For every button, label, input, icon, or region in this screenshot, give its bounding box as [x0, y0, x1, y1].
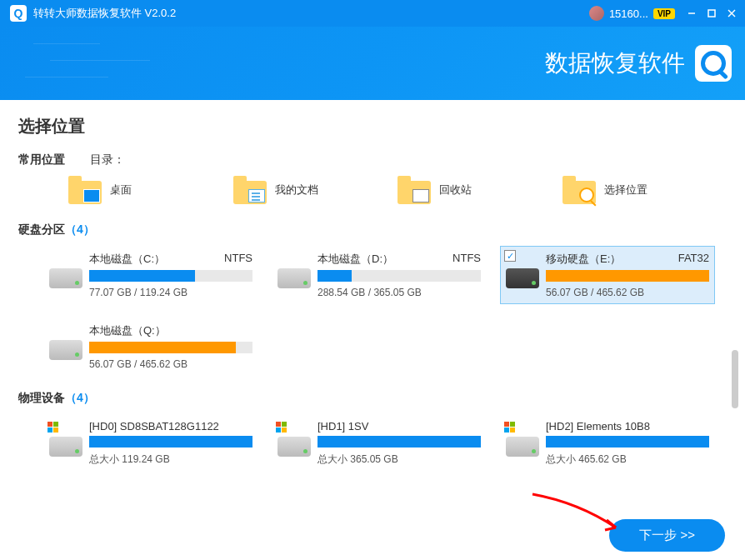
physical-section-title: 物理设备（4）	[18, 391, 95, 406]
partition-name: 本地磁盘（C:）	[89, 252, 165, 267]
physical-drive-icon	[506, 423, 539, 457]
physical-drive-icon	[49, 423, 82, 457]
folder-icon	[562, 176, 596, 204]
common-section-title: 常用位置	[18, 152, 65, 168]
common-item-label: 回收站	[439, 182, 472, 198]
partition-item-2[interactable]: ✓移动硬盘（E:）FAT3256.07 GB / 465.62 GB	[500, 246, 715, 304]
usage-bar	[89, 342, 252, 353]
usage-bar	[318, 436, 481, 448]
partition-name: 本地磁盘（D:）	[318, 252, 393, 267]
usage-bar	[546, 436, 709, 448]
usage-bar	[318, 270, 481, 282]
common-section-header: 常用位置 目录：	[18, 152, 727, 168]
partitions-section-header: 硬盘分区（4）	[18, 222, 727, 238]
physical-name: [HD1] 1SV	[318, 420, 368, 432]
content-area: 选择位置 常用位置 目录： 桌面我的文档回收站选择位置 硬盘分区（4） ✓本地磁…	[0, 100, 745, 510]
footer: 下一步 >>	[0, 510, 745, 560]
folder-icon	[233, 176, 267, 204]
common-item-0[interactable]: 桌面	[68, 176, 233, 204]
physical-drive-icon	[278, 423, 311, 457]
usage-bar	[89, 270, 252, 282]
physical-size: 总大小 465.62 GB	[546, 452, 709, 467]
common-item-1[interactable]: 我的文档	[233, 176, 398, 204]
drive-icon	[278, 255, 311, 288]
svg-rect-1	[708, 10, 715, 17]
partitions-grid: ✓本地磁盘（C:）NTFS77.07 GB / 119.24 GB✓本地磁盘（D…	[18, 246, 727, 376]
partition-item-3[interactable]: ✓本地磁盘（Q:）56.07 GB / 465.62 GB	[43, 318, 258, 376]
partition-size: 56.07 GB / 465.62 GB	[546, 287, 709, 298]
common-locations-row: 桌面我的文档回收站选择位置	[18, 176, 727, 204]
dir-label: 目录：	[90, 152, 125, 168]
partition-fs: NTFS	[452, 252, 481, 267]
common-item-3[interactable]: 选择位置	[562, 176, 728, 204]
physical-size: 总大小 365.05 GB	[318, 452, 481, 467]
next-button[interactable]: 下一步 >>	[609, 519, 725, 552]
physical-section-header: 物理设备（4）	[18, 391, 727, 406]
physical-name: [HD0] SD8SBAT128G1122	[89, 420, 219, 432]
partition-size: 288.54 GB / 365.05 GB	[318, 287, 481, 298]
partition-size: 77.07 GB / 119.24 GB	[89, 287, 252, 298]
partition-fs: NTFS	[224, 252, 252, 267]
common-item-label: 桌面	[110, 182, 132, 198]
partitions-section-title: 硬盘分区（4）	[18, 222, 95, 238]
physical-item-1[interactable]: [HD1] 1SV总大小 365.05 GB	[272, 414, 487, 472]
drive-icon	[49, 327, 82, 360]
partition-item-1[interactable]: ✓本地磁盘（D:）NTFS288.54 GB / 365.05 GB	[272, 246, 487, 304]
folder-icon	[68, 176, 102, 204]
folder-icon	[398, 176, 431, 204]
username: 15160...	[609, 8, 648, 20]
app-window: Q 转转大师数据恢复软件 V2.0.2 15160... VIP 数据恢复软件 …	[0, 0, 745, 560]
vip-badge: VIP	[653, 8, 675, 19]
maximize-button[interactable]	[702, 3, 722, 23]
drive-icon	[506, 255, 539, 288]
close-button[interactable]	[722, 3, 742, 23]
physical-item-2[interactable]: [HD2] Elements 10B8总大小 465.62 GB	[500, 414, 715, 472]
common-item-label: 我的文档	[275, 182, 318, 198]
usage-bar	[89, 436, 252, 448]
minimize-button[interactable]	[682, 3, 702, 23]
partition-size: 56.07 GB / 465.62 GB	[89, 358, 252, 370]
partition-name: 本地磁盘（Q:）	[89, 323, 166, 338]
partition-name: 移动硬盘（E:）	[546, 252, 621, 267]
page-title: 选择位置	[18, 115, 727, 138]
physical-grid: [HD0] SD8SBAT128G1122总大小 119.24 GB[HD1] …	[18, 414, 727, 472]
decorative-circuit	[0, 27, 372, 100]
physical-name: [HD2] Elements 10B8	[546, 420, 650, 432]
drive-icon	[49, 255, 82, 288]
app-icon: Q	[10, 5, 27, 22]
partition-item-0[interactable]: ✓本地磁盘（C:）NTFS77.07 GB / 119.24 GB	[43, 246, 258, 304]
common-item-2[interactable]: 回收站	[398, 176, 562, 204]
usage-bar	[546, 270, 709, 282]
physical-size: 总大小 119.24 GB	[89, 452, 252, 467]
partitions-scrollbar[interactable]	[732, 350, 738, 408]
common-item-label: 选择位置	[604, 182, 648, 198]
brand-text: 数据恢复软件	[545, 48, 685, 79]
user-area[interactable]: 15160... VIP	[589, 6, 675, 21]
brand-icon	[695, 45, 732, 82]
physical-item-0[interactable]: [HD0] SD8SBAT128G1122总大小 119.24 GB	[43, 414, 258, 472]
app-title: 转转大师数据恢复软件 V2.0.2	[33, 6, 589, 21]
partition-fs: FAT32	[678, 252, 709, 267]
titlebar[interactable]: Q 转转大师数据恢复软件 V2.0.2 15160... VIP	[0, 0, 745, 27]
avatar	[589, 6, 604, 21]
header-banner: 数据恢复软件	[0, 27, 745, 100]
